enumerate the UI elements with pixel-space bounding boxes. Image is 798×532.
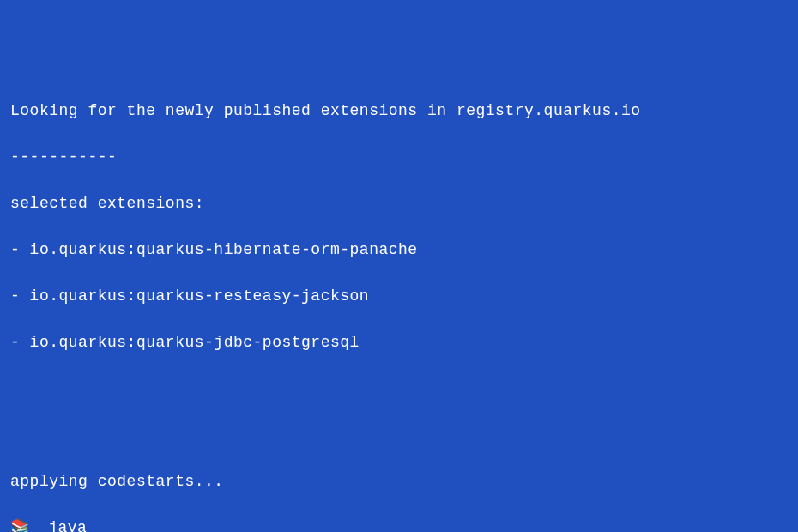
divider-line: ----------- xyxy=(10,146,788,169)
extension-item: - io.quarkus:quarkus-jdbc-postgresql xyxy=(10,331,788,354)
extension-item: - io.quarkus:quarkus-hibernate-orm-panac… xyxy=(10,239,788,262)
codestart-name: java xyxy=(48,519,87,532)
books-icon: 📚 xyxy=(10,517,29,532)
blank-line xyxy=(10,378,788,401)
selected-extensions-header: selected extensions: xyxy=(10,192,788,215)
codestart-item: 📚 java xyxy=(10,517,788,532)
registry-lookup-line: Looking for the newly published extensio… xyxy=(10,100,788,123)
extension-item: - io.quarkus:quarkus-resteasy-jackson xyxy=(10,285,788,308)
blank-line xyxy=(10,424,788,447)
applying-codestarts-header: applying codestarts... xyxy=(10,470,788,493)
